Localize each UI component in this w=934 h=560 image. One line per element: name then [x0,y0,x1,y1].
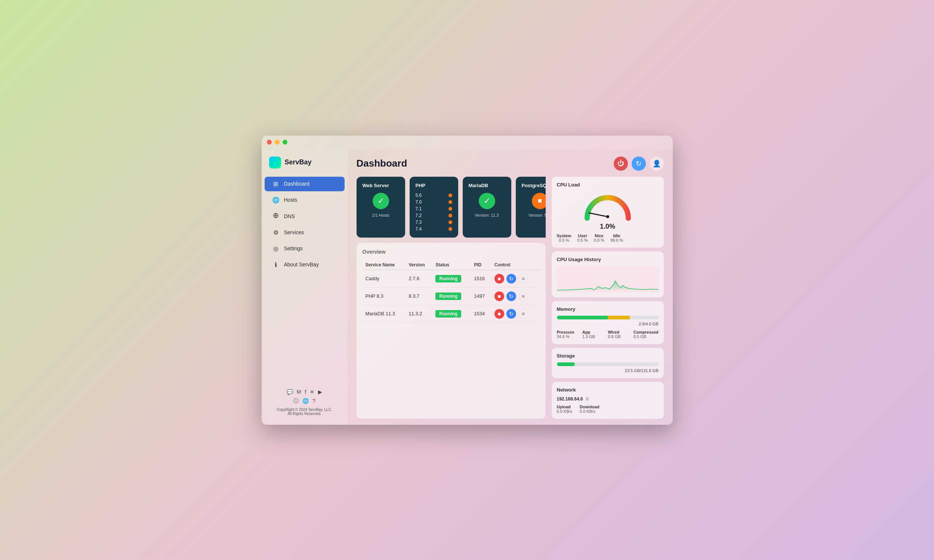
memory-stat-wired: Wired 0.8 GB [608,330,629,339]
cpu-chart-svg [557,266,658,292]
service-status-mariadb: Running [432,305,471,322]
col-service-name: Service Name [362,260,406,270]
app-window: ServBay ⊞ Dashboard 🌐 Hosts [262,135,673,425]
col-status: Status [432,260,471,270]
sidebar-label-dns: DNS [284,213,295,219]
restart-caddy-button[interactable]: ↻ [506,274,516,283]
web-server-title: Web Server [362,183,399,188]
postgresql-card: PostgreSQL ■ Version: N/A [516,177,546,238]
app-body: ServBay ⊞ Dashboard 🌐 Hosts [262,149,673,425]
user-button[interactable]: 👤 [650,157,664,171]
discord-icon[interactable]: 💬 [287,389,293,395]
cpu-history-chart [557,266,658,292]
php-version-72: 7.2 [416,213,452,218]
overview-panel: Overview Service Name Version Status PID… [356,243,546,419]
php-title: PHP [416,183,452,188]
sidebar-item-services[interactable]: ⚙ Services [265,225,345,240]
x-icon[interactable]: ✕ [310,389,314,395]
table-row: MariaDB 11.3 11.3.2 Running 1534 ■ ↻ ≡ [362,305,540,322]
network-title: Network [557,387,658,392]
sidebar: ServBay ⊞ Dashboard 🌐 Hosts [262,149,348,425]
postgresql-title: PostgreSQL [522,183,546,188]
web-server-card: Web Server ✓ 1/1 Hosts [356,177,405,238]
log-php-button[interactable]: ≡ [518,291,528,301]
info-icon[interactable]: ⓘ [293,398,299,405]
svg-point-5 [606,215,609,218]
overview-title: Overview [362,249,540,255]
postgresql-status-icon: ■ [532,193,546,209]
network-download: Download 0.0 KB/s [580,405,600,414]
mariadb-status-icon: ✓ [479,193,495,209]
php-version-56: 5.6 [416,193,452,198]
facebook-icon[interactable]: f [305,389,306,395]
network-info: 192.168.64.6 ⎘ [557,396,658,402]
logo-text: ServBay [285,158,312,166]
memory-stats: Pressure 34.6 % App 1.5 GB Wired 0.8 GB [557,330,658,339]
help-icon[interactable]: ? [313,398,316,405]
php-version-73: 7.3 [416,220,452,225]
copy-ip-button[interactable]: ⎘ [586,396,589,402]
settings-icon: ◎ [272,245,280,252]
copyright: CopyRight © 2024 ServBay, LLC. [269,408,340,412]
cpu-history-widget: CPU Usage History [552,251,664,297]
cpu-load-title: CPU Load [557,182,658,188]
power-button[interactable]: ⏻ [614,157,628,171]
col-pid: PID [471,260,492,270]
service-control-mariadb: ■ ↻ ≡ [492,305,540,322]
service-name-caddy: Caddy [362,270,406,287]
web-server-status-icon: ✓ [373,193,389,209]
sidebar-item-settings[interactable]: ◎ Settings [265,242,345,256]
service-version-caddy: 2.7.6 [405,270,432,287]
network-widget: Network 192.168.64.6 ⎘ Upload 0.0 KB/s D [552,382,664,419]
memory-stat-compressed: Compressed 0.5 GB [633,330,658,339]
maximize-button[interactable] [282,140,287,145]
cpu-percent: 1.0% [600,223,615,231]
page-header: Dashboard ⏻ ↻ 👤 [348,149,673,177]
sidebar-item-hosts[interactable]: 🌐 Hosts [265,193,345,207]
memory-stat-app: App 1.5 GB [582,330,603,339]
sidebar-label-hosts: Hosts [284,197,297,203]
sidebar-label-services: Services [284,229,304,235]
table-row: Caddy 2.7.6 Running 1516 ■ ↻ ≡ [362,270,540,287]
sidebar-item-dashboard[interactable]: ⊞ Dashboard [265,177,345,191]
restart-php-button[interactable]: ↻ [506,291,516,301]
cpu-stat-nice: Nice 0.0 % [594,234,604,243]
service-control-php: ■ ↻ ≡ [492,287,540,305]
php-version-71: 7.1 [416,206,452,211]
logo: ServBay [262,154,348,176]
sidebar-label-about: About ServBay [284,262,319,268]
services-icon: ⚙ [272,229,280,236]
memory-widget: Memory 2.9/4.0 GB Pressure 34.6 % [552,301,664,344]
stop-mariadb-button[interactable]: ■ [495,309,504,318]
storage-bar [557,362,658,366]
dns-icon [272,212,280,220]
log-caddy-button[interactable]: ≡ [518,274,528,283]
globe-icon[interactable]: 🌐 [302,398,309,405]
medium-icon[interactable]: M [297,389,301,395]
youtube-icon[interactable]: ▶ [318,389,322,395]
stop-caddy-button[interactable]: ■ [495,274,504,283]
sidebar-label-settings: Settings [284,245,303,251]
sidebar-item-dns[interactable]: DNS [265,209,345,224]
storage-title: Storage [557,353,658,358]
col-version: Version [405,260,432,270]
sidebar-item-about[interactable]: ℹ About ServBay [265,257,345,272]
service-status-php: Running [432,287,471,305]
log-mariadb-button[interactable]: ≡ [518,309,528,318]
table-row: PHP 8.3 8.3.7 Running 1497 ■ ↻ ≡ [362,287,540,305]
dashboard-icon: ⊞ [272,180,280,188]
service-status-caddy: Running [432,270,471,287]
refresh-button[interactable]: ↻ [632,157,646,171]
restart-mariadb-button[interactable]: ↻ [506,309,516,318]
mariadb-subtitle: Version: 11.3 [469,213,505,217]
left-panel: Web Server ✓ 1/1 Hosts PHP 5.6 [356,177,546,419]
minimize-button[interactable] [275,140,280,145]
network-upload: Upload 0.0 KB/s [557,405,573,414]
close-button[interactable] [267,140,272,145]
stop-php-button[interactable]: ■ [495,291,504,301]
postgresql-subtitle: Version: N/A [522,213,546,217]
logo-icon [269,157,281,168]
titlebar [262,135,673,149]
service-version-mariadb: 11.3.2 [405,305,432,322]
cpu-gauge: 1.0% [557,191,658,231]
